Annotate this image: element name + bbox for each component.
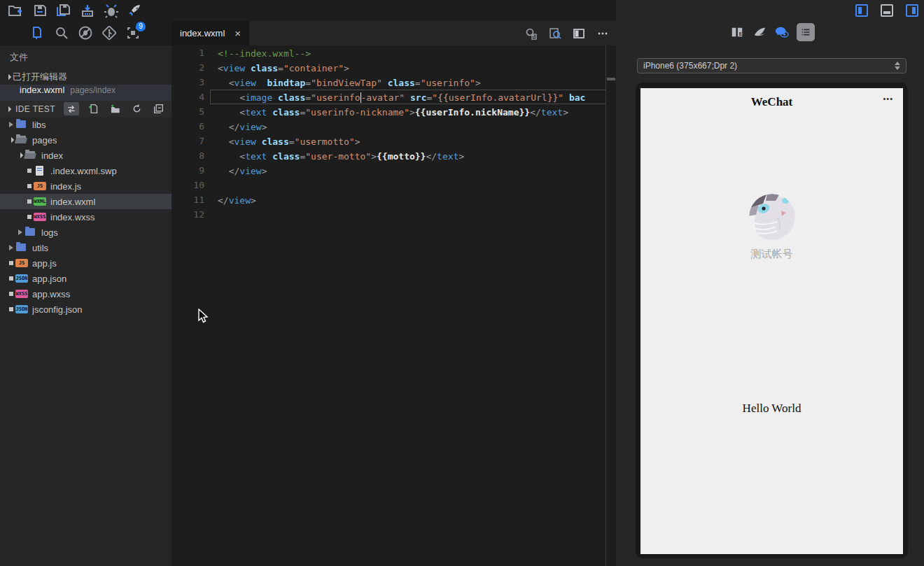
toggle-right-panel-icon[interactable] [906, 4, 918, 17]
code-line-2[interactable]: 2<view class="container"> [172, 60, 616, 75]
simulator-panel: E iPhone6 (375x667;Dpr 2) WeChat ••• [616, 0, 924, 566]
code-editor: index.wxml × 1<!--index.wxml-->2<view cl… [172, 21, 616, 566]
tree-item-jsconfig-json[interactable]: JSONjsconfig.json [0, 302, 172, 317]
compare-swap-icon[interactable] [64, 102, 79, 115]
project-name: IDE TEST [15, 104, 55, 114]
js-file-icon: JS [15, 258, 28, 268]
tree-spacer [25, 184, 34, 188]
tree-item-index[interactable]: index [0, 148, 172, 163]
line-number: 10 [172, 178, 210, 192]
save-icon[interactable] [32, 3, 48, 18]
tree-item-index-wxml[interactable]: WXMLindex.wxml [0, 194, 172, 209]
svg-text:E: E [739, 31, 742, 36]
collapse-all-icon[interactable] [150, 102, 166, 115]
avatar-image[interactable] [749, 194, 795, 240]
chevron-collapsed-icon[interactable] [7, 245, 15, 250]
chevron-expanded-icon[interactable] [7, 138, 15, 142]
code-line-4[interactable]: 4 <image class="userinfo-avatar" src="{{… [172, 90, 616, 104]
user-nickname[interactable]: 测试帐号 [640, 248, 903, 261]
search-icon[interactable] [54, 25, 69, 41]
tree-item-index-wxss[interactable]: WXSSindex.wxss [0, 209, 172, 225]
tree-item-app-js[interactable]: JSapp.js [0, 255, 172, 271]
tree-item-label: pages [32, 135, 57, 146]
tab-index-wxml[interactable]: index.wxml × [172, 21, 249, 45]
launch-rocket-icon[interactable] [127, 3, 143, 18]
close-icon[interactable]: × [234, 27, 241, 39]
console-list-icon[interactable] [797, 23, 815, 41]
tree-item-libs[interactable]: libs [0, 117, 172, 132]
line-number: 11 [172, 192, 210, 207]
line-content [210, 207, 606, 222]
activity-bar: 9 [0, 21, 172, 45]
files-icon[interactable] [29, 25, 45, 41]
chevron-collapsed-icon[interactable] [7, 122, 15, 127]
code-line-9[interactable]: 9 </view> [172, 163, 616, 178]
tree-item-app-wxss[interactable]: WXSSapp.wxss [0, 286, 172, 302]
editor-actions [525, 21, 609, 45]
phone-screen[interactable]: WeChat ••• 测试帐号 [640, 88, 903, 554]
open-editor-file: index.wxml [20, 85, 64, 95]
project-header[interactable]: IDE TEST [0, 101, 172, 117]
split-editor-icon[interactable] [573, 27, 585, 40]
project-actions [64, 102, 172, 115]
app-menu-dots[interactable]: ••• [883, 94, 893, 103]
code-line-10[interactable]: 10 [172, 178, 616, 192]
folder-icon [24, 227, 37, 237]
tree-item--index-wxml-swp[interactable]: .index.wxml.swp [0, 163, 172, 178]
line-number: 7 [172, 134, 210, 148]
device-selector[interactable]: iPhone6 (375x667;Dpr 2) [637, 58, 906, 73]
tree-item-index-js[interactable]: JSindex.js [0, 178, 172, 194]
tree-item-label: jsconfig.json [32, 304, 83, 315]
code-line-5[interactable]: 5 <text class="userinfo-nickname">{{user… [172, 104, 616, 119]
user-motto: Hello World [640, 402, 903, 416]
code-line-7[interactable]: 7 <view class="usermotto"> [172, 134, 616, 148]
code-line-12[interactable]: 12 [172, 207, 616, 222]
toggle-bottom-panel-icon[interactable] [881, 4, 893, 17]
app-title: WeChat [640, 95, 903, 109]
docs-book-icon[interactable]: E [728, 23, 746, 41]
line-content: <view bindtap="bindViewTap" class="useri… [210, 75, 606, 90]
tree-item-app-json[interactable]: JSONapp.json [0, 271, 172, 286]
section-expanded-icon [4, 75, 13, 79]
code-line-1[interactable]: 1<!--index.wxml--> [172, 45, 616, 60]
code-line-11[interactable]: 11</view> [172, 192, 616, 207]
code-area[interactable]: 1<!--index.wxml-->2<view class="containe… [172, 45, 616, 566]
wechat-preview-icon[interactable] [773, 23, 791, 41]
code-line-6[interactable]: 6 </view> [172, 119, 616, 134]
wxml-file-icon: WXML [34, 197, 46, 206]
open-editor-item[interactable]: index.wxml pages/index [0, 85, 172, 101]
code-line-8[interactable]: 8 <text class="user-motto">{{motto}}</te… [172, 148, 616, 163]
code-line-3[interactable]: 3 <view bindtap="bindViewTap" class="use… [172, 75, 616, 90]
select-stepper-icon [895, 62, 900, 70]
chevron-expanded-icon[interactable] [16, 153, 24, 157]
new-folder-icon[interactable] [107, 102, 122, 115]
wxss-file-icon: WXSS [34, 212, 46, 222]
wing-icon[interactable] [750, 23, 769, 41]
tree-item-utils[interactable]: utils [0, 240, 172, 255]
open-editors-header[interactable]: 已打开编辑器 [0, 69, 172, 85]
more-actions-icon[interactable] [596, 27, 609, 40]
opened-windows-icon[interactable]: 9 [125, 25, 141, 41]
tree-item-logs[interactable]: logs [0, 225, 172, 240]
save-all-icon[interactable] [56, 3, 71, 18]
tree-item-label: utils [32, 243, 48, 253]
tree-spacer [7, 292, 15, 296]
tab-label: index.wxml [180, 28, 225, 38]
tree-item-pages[interactable]: pages [0, 132, 172, 148]
overview-cursor-marker [607, 78, 615, 80]
search-preview-icon[interactable] [549, 27, 561, 40]
tree-item-label: app.json [32, 274, 66, 284]
chevron-collapsed-icon[interactable] [16, 229, 24, 235]
line-number: 3 [172, 75, 210, 90]
toggle-left-panel-icon[interactable] [855, 4, 868, 17]
new-project-icon[interactable] [7, 3, 22, 18]
new-file-icon[interactable] [85, 102, 101, 115]
debug-disabled-icon[interactable] [78, 25, 93, 41]
tree-item-label: index [41, 150, 63, 161]
refresh-icon[interactable] [129, 102, 144, 115]
find-in-file-icon[interactable] [525, 27, 538, 40]
build-upload-icon[interactable] [80, 3, 95, 18]
debug-icon[interactable] [104, 3, 119, 18]
line-content: </view> [210, 163, 606, 178]
git-icon[interactable] [102, 25, 117, 41]
